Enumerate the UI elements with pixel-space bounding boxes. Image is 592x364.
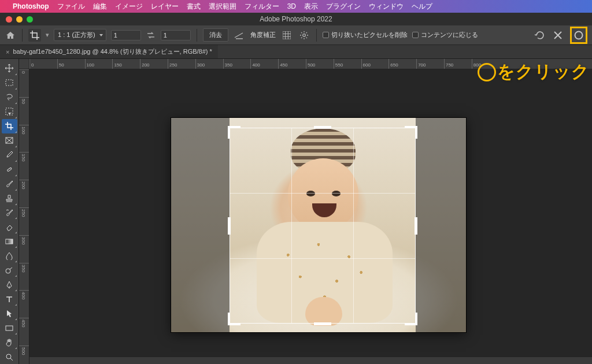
delete-cropped-label: 切り抜いたピクセルを削除 xyxy=(331,31,408,39)
crop-handle-left[interactable] xyxy=(228,217,231,235)
tool-lasso[interactable] xyxy=(2,90,17,105)
svg-rect-5 xyxy=(7,168,12,172)
tool-frame[interactable] xyxy=(2,133,17,148)
reset-crop-icon[interactable] xyxy=(533,29,546,42)
tool-brush[interactable] xyxy=(2,177,17,191)
ruler-tick: 100 xyxy=(19,125,29,153)
window-close-button[interactable] xyxy=(6,16,12,23)
commit-crop-icon[interactable] xyxy=(572,29,585,42)
tools-panel xyxy=(0,59,19,364)
ratio-preset-dropdown[interactable]: 1 : 1 (正方形) xyxy=(54,29,106,41)
clear-button[interactable]: 消去 xyxy=(203,28,228,42)
straighten-label: 角度補正 xyxy=(250,31,276,39)
crop-shield-left xyxy=(171,118,230,332)
window-title: Adobe Photoshop 2022 xyxy=(260,15,332,23)
window-zoom-button[interactable] xyxy=(27,16,33,23)
ruler-tick: 200 xyxy=(19,180,29,207)
cancel-crop-icon[interactable] xyxy=(552,29,564,42)
canvas-area[interactable]: 0501001502002503003504004505005506006507… xyxy=(19,59,592,364)
menu-layer[interactable]: レイヤー xyxy=(151,2,179,12)
tool-heal[interactable] xyxy=(2,162,17,177)
crop-width-field[interactable]: 1 xyxy=(111,30,141,40)
crop-handle-top[interactable] xyxy=(314,126,331,129)
ruler-tick: 150 xyxy=(19,152,29,180)
menu-3d[interactable]: 3D xyxy=(287,2,296,10)
tool-gradient[interactable] xyxy=(2,234,17,248)
ruler-tick: 150 xyxy=(112,59,140,69)
document-tab-bar: × baby-gaf1e7b450_1280.jpg @ 44.8% (切り抜き… xyxy=(0,45,592,59)
document-canvas[interactable] xyxy=(171,118,466,332)
crop-box[interactable] xyxy=(230,128,416,324)
tool-eraser[interactable] xyxy=(2,220,17,234)
menu-window[interactable]: ウィンドウ xyxy=(369,2,404,12)
tool-quick-select[interactable] xyxy=(2,105,17,119)
window-minimize-button[interactable] xyxy=(16,16,23,23)
tool-pen[interactable] xyxy=(2,277,17,292)
ruler-vertical[interactable]: 0501001502002503003504004505005506006507… xyxy=(19,69,29,364)
annotation: をクリック xyxy=(478,60,590,84)
tool-crop[interactable] xyxy=(2,119,17,133)
menu-file[interactable]: ファイル xyxy=(57,2,85,12)
tool-history-brush[interactable] xyxy=(2,206,17,220)
ruler-tick: 50 xyxy=(57,59,85,69)
tool-blur[interactable] xyxy=(2,248,17,263)
ruler-origin[interactable] xyxy=(19,59,29,69)
crop-height-field[interactable]: 1 xyxy=(161,30,191,40)
crop-handle-tl[interactable] xyxy=(228,126,240,139)
tool-type[interactable] xyxy=(2,292,17,306)
document-tab[interactable]: × baby-gaf1e7b450_1280.jpg @ 44.8% (切り抜き… xyxy=(0,45,218,58)
swap-dimensions-icon[interactable] xyxy=(146,32,156,39)
macos-menu-bar: Photoshop ファイル 編集 イメージ レイヤー 書式 選択範囲 フィルタ… xyxy=(0,0,592,13)
tool-zoom[interactable] xyxy=(2,350,17,364)
delete-cropped-checkbox[interactable]: 切り抜いたピクセルを削除 xyxy=(323,31,408,39)
ruler-tick: 400 xyxy=(19,290,29,318)
close-tab-icon[interactable]: × xyxy=(6,49,9,55)
menu-edit[interactable]: 編集 xyxy=(93,2,107,12)
ruler-tick: 600 xyxy=(361,59,389,69)
svg-rect-2 xyxy=(6,80,13,86)
menu-plugins[interactable]: プラグイン xyxy=(326,2,361,12)
overlay-options-icon[interactable] xyxy=(280,29,293,42)
ruler-tick: 300 xyxy=(19,235,29,263)
ruler-tick: 450 xyxy=(278,59,306,69)
tool-eyedropper[interactable] xyxy=(2,148,17,162)
tool-move[interactable] xyxy=(2,61,17,76)
content-aware-checkbox[interactable]: コンテンツに応じる xyxy=(412,31,478,39)
crop-handle-right[interactable] xyxy=(415,217,417,235)
crop-handle-tr[interactable] xyxy=(405,126,417,139)
separator xyxy=(22,29,23,42)
menu-image[interactable]: イメージ xyxy=(115,2,143,12)
svg-point-9 xyxy=(6,354,11,359)
menu-select[interactable]: 選択範囲 xyxy=(209,2,236,12)
separator xyxy=(197,29,197,42)
ruler-tick: 0 xyxy=(19,69,29,97)
menu-view[interactable]: 表示 xyxy=(304,2,318,12)
tool-rectangle[interactable] xyxy=(2,321,17,335)
crop-handle-br[interactable] xyxy=(405,313,417,325)
menu-filter[interactable]: フィルター xyxy=(245,2,279,12)
crop-tool-icon[interactable] xyxy=(28,29,41,42)
app-name[interactable]: Photoshop xyxy=(13,2,49,10)
ruler-tick: 350 xyxy=(223,59,251,69)
svg-point-7 xyxy=(6,269,10,273)
ruler-tick: 300 xyxy=(195,59,223,69)
ruler-tick: 500 xyxy=(306,59,334,69)
tool-path-select[interactable] xyxy=(2,306,17,321)
straighten-icon[interactable] xyxy=(233,29,246,42)
menu-type[interactable]: 書式 xyxy=(187,2,201,12)
crop-settings-icon[interactable] xyxy=(298,29,310,42)
menu-help[interactable]: ヘルプ xyxy=(412,2,432,12)
svg-point-1 xyxy=(575,31,583,39)
options-bar: ▾ 1 : 1 (正方形) 1 1 消去 角度補正 切り抜いたピクセルを削除 コ… xyxy=(0,25,592,45)
svg-rect-8 xyxy=(6,326,13,330)
tool-hand[interactable] xyxy=(2,335,17,350)
tool-marquee[interactable] xyxy=(2,76,17,90)
crop-handle-bottom[interactable] xyxy=(314,322,331,325)
tool-stamp[interactable] xyxy=(2,191,17,206)
tool-dodge[interactable] xyxy=(2,263,17,277)
annotation-circle-icon xyxy=(478,63,496,81)
ruler-tick: 50 xyxy=(19,97,29,125)
horizontal-scrollbar[interactable] xyxy=(29,356,592,364)
home-icon[interactable] xyxy=(5,30,16,40)
crop-handle-bl[interactable] xyxy=(228,313,240,325)
